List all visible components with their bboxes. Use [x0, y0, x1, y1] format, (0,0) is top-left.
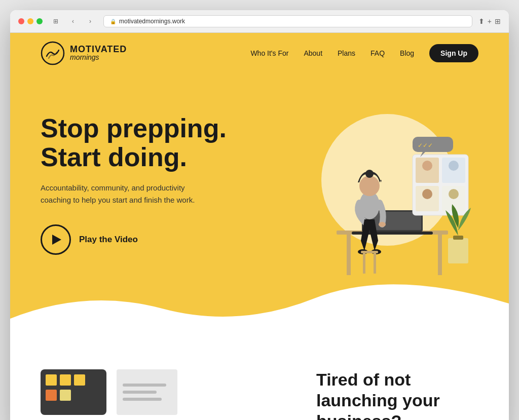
- sidebar-toggle[interactable]: ⊞: [49, 16, 63, 27]
- nav-link-about[interactable]: About: [304, 49, 322, 57]
- svg-rect-15: [361, 251, 378, 253]
- play-triangle-icon: [52, 235, 61, 245]
- hero-headline: Stop prepping. Start doing.: [41, 114, 227, 172]
- svg-rect-4: [438, 235, 442, 275]
- traffic-lights: [18, 18, 43, 24]
- line-bar-2: [123, 391, 157, 394]
- signup-button[interactable]: Sign Up: [429, 44, 478, 62]
- sticky-note-orange: [46, 390, 57, 401]
- navbar: MOTIVATED mornings Who It's For About Pl…: [10, 33, 509, 73]
- bottom-headline: Tired of not launching your business?: [316, 369, 478, 420]
- nav-link-blog[interactable]: Blog: [400, 49, 414, 57]
- hero-text: Stop prepping. Start doing. Accountabili…: [41, 104, 227, 255]
- bottom-left-graphics: [41, 369, 177, 415]
- bottom-headline-line1: Tired of not: [316, 370, 411, 389]
- fullscreen-button[interactable]: [36, 18, 43, 24]
- svg-point-10: [365, 170, 374, 178]
- hero-illustration: ✓✓✓: [276, 94, 478, 288]
- sticky-note-yellow-2: [60, 374, 71, 386]
- bottom-text: Tired of not launching your business?: [316, 369, 478, 420]
- sticky-note-light: [60, 390, 71, 401]
- close-button[interactable]: [18, 18, 24, 24]
- hero-content: Stop prepping. Start doing. Accountabili…: [10, 73, 509, 349]
- lock-icon: 🔒: [110, 19, 116, 24]
- sticky-note-yellow-3: [74, 374, 85, 386]
- svg-point-22: [422, 189, 432, 199]
- share-icon[interactable]: ⬆: [478, 17, 485, 25]
- browser-controls: ⊞ ‹ ›: [49, 16, 97, 27]
- svg-rect-3: [347, 235, 351, 275]
- hero-headline-line2: Start doing.: [41, 142, 187, 172]
- svg-rect-30: [453, 236, 463, 240]
- logo[interactable]: MOTIVATED mornings: [41, 41, 127, 65]
- play-label: Play the Video: [79, 235, 138, 245]
- logo-mornings: mornings: [70, 54, 127, 61]
- dark-graphic-card: [41, 369, 106, 415]
- browser-chrome: ⊞ ‹ › 🔒 motivatedmornings.work ⬆ + ⊞: [10, 10, 509, 33]
- svg-point-9: [359, 176, 380, 196]
- address-bar[interactable]: 🔒 motivatedmornings.work: [103, 15, 472, 27]
- grid-icon[interactable]: ⊞: [495, 17, 501, 25]
- hero-section: Stop prepping. Start doing. Accountabili…: [10, 73, 509, 349]
- play-button[interactable]: Play the Video: [41, 224, 227, 255]
- nav-link-plans[interactable]: Plans: [338, 49, 355, 57]
- bottom-headline-line2: launching your business?: [316, 391, 440, 420]
- new-tab-icon[interactable]: +: [488, 17, 492, 25]
- line-bar-3: [123, 398, 162, 401]
- logo-text: MOTIVATED mornings: [70, 45, 127, 61]
- svg-point-24: [449, 161, 459, 171]
- nav-link-faq[interactable]: FAQ: [370, 49, 385, 57]
- sticky-note-yellow: [46, 374, 57, 386]
- browser-actions: ⬆ + ⊞: [478, 17, 501, 25]
- svg-point-20: [422, 161, 432, 171]
- nav-link-who-its-for[interactable]: Who It's For: [250, 49, 288, 57]
- forward-button[interactable]: ›: [83, 16, 97, 27]
- website-content: MOTIVATED mornings Who It's For About Pl…: [10, 33, 509, 420]
- svg-point-12: [379, 222, 386, 227]
- play-circle-icon: [41, 224, 71, 255]
- hero-subtext: Accountability, community, and productiv…: [41, 182, 203, 206]
- svg-rect-17: [374, 253, 376, 274]
- logo-icon: [41, 41, 65, 65]
- bottom-preview: Tired of not launching your business?: [10, 349, 509, 420]
- svg-text:✓✓✓: ✓✓✓: [418, 142, 433, 149]
- svg-rect-29: [448, 238, 468, 263]
- back-button[interactable]: ‹: [66, 16, 80, 27]
- nav-links: Who It's For About Plans FAQ Blog Sign U…: [250, 44, 478, 62]
- browser-window: ⊞ ‹ › 🔒 motivatedmornings.work ⬆ + ⊞: [10, 10, 509, 420]
- svg-rect-16: [363, 253, 365, 274]
- url-text: motivatedmornings.work: [119, 18, 185, 25]
- light-graphic-card: [117, 369, 177, 415]
- line-bar-1: [123, 384, 166, 387]
- minimize-button[interactable]: [27, 18, 33, 24]
- hero-headline-line1: Stop prepping.: [41, 113, 227, 143]
- svg-point-26: [449, 189, 459, 199]
- hero-illustration-svg: ✓✓✓: [276, 94, 478, 286]
